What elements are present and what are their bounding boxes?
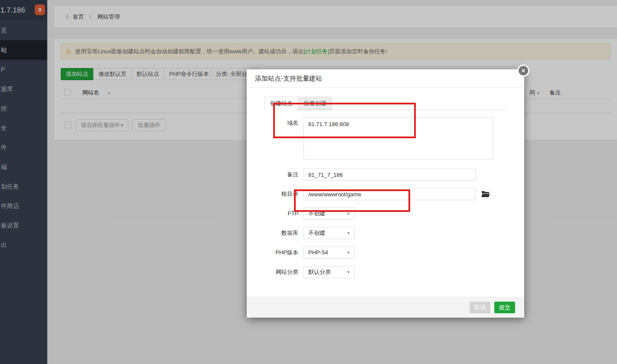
folder-icon[interactable] — [481, 190, 490, 198]
caret-down-icon: ▼ — [346, 228, 350, 239]
modal-close-button[interactable]: × — [517, 65, 529, 77]
page: 1.7.186 0 页 站 P 据库 控 全 件 端 划任务 件商店 板设置 出… — [0, 0, 617, 364]
caret-down-icon: ▼ — [346, 247, 350, 258]
ftp-select-value: 不创建 — [308, 210, 325, 217]
php-version-label: PHP版本 — [259, 247, 298, 259]
site-category-label: 网站分类 — [259, 266, 298, 278]
php-version-select-value: PHP-54 — [308, 249, 328, 256]
modal-tabs: 创建站点 批量创建 — [264, 97, 332, 110]
database-select[interactable]: 不创建 ▼ — [304, 227, 355, 239]
ftp-select[interactable]: 不创建 ▼ — [304, 208, 355, 220]
modal-title: 添加站点-支持批量建站 — [255, 69, 322, 88]
database-select-value: 不创建 — [308, 230, 325, 236]
tab-divider — [264, 110, 507, 110]
site-category-select[interactable]: 默认分类 ▼ — [304, 266, 355, 278]
add-site-modal: 添加站点-支持批量建站 创建站点 批量创建 域名 81.71.7.186:808… — [247, 69, 524, 318]
modal-header: 添加站点-支持批量建站 — [247, 69, 524, 88]
tab-create-site[interactable]: 创建站点 — [264, 97, 298, 110]
tab-batch-create[interactable]: 批量创建 — [298, 97, 332, 110]
php-version-select[interactable]: PHP-54 ▼ — [304, 247, 355, 259]
cancel-button[interactable]: 取消 — [470, 302, 490, 313]
domain-textarea[interactable]: 81.71.7.186:808 — [304, 117, 493, 159]
root-dir-input[interactable] — [304, 188, 476, 200]
database-label: 数据库 — [259, 227, 298, 239]
caret-down-icon: ▼ — [346, 266, 350, 278]
remark-input[interactable] — [304, 169, 476, 181]
domain-label: 域名 — [259, 117, 298, 129]
ftp-label: FTP — [259, 208, 298, 220]
remark-label: 备注 — [259, 169, 298, 181]
site-category-select-value: 默认分类 — [308, 269, 331, 275]
root-dir-label: 根目录 — [259, 188, 298, 200]
modal-footer: 取消 提交 — [247, 297, 524, 318]
caret-down-icon: ▼ — [346, 208, 350, 219]
close-icon: × — [522, 67, 526, 74]
submit-button[interactable]: 提交 — [494, 302, 515, 313]
